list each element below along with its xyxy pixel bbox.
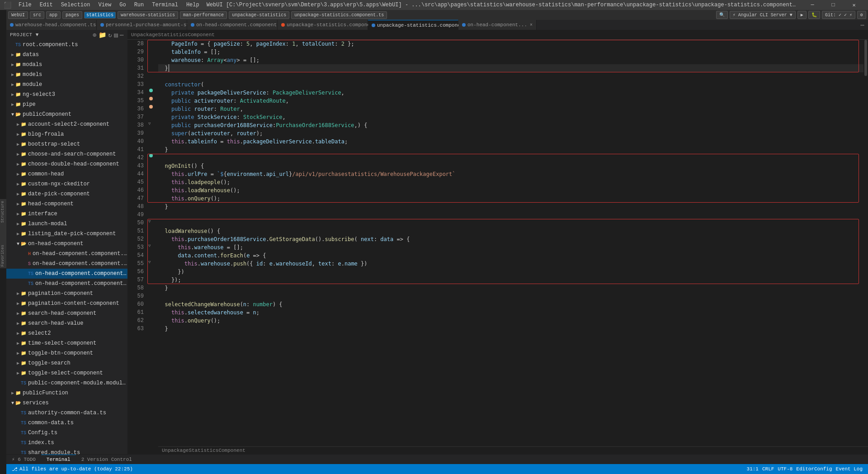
vertical-labels: Structure Favorites [0, 199, 6, 268]
sidebar-item-account[interactable]: ▶ 📁 account-select2-component [6, 119, 127, 129]
sidebar-item-ckeditor[interactable]: ▶ 📁 custom-ngx-ckeditor [6, 179, 127, 189]
tab-personnel[interactable]: personnel-purchase-amount-statistics.com… [97, 20, 187, 30]
item-label: on-head-component.component.ts [35, 280, 127, 287]
sidebar-item-time-select[interactable]: ▶ 📁 time-select-component [6, 338, 127, 348]
sidebar-item-module[interactable]: ▶ 📁 module [6, 80, 127, 90]
toolbar-src[interactable]: src [30, 11, 44, 19]
toolbar-run[interactable]: ▶ [797, 11, 807, 19]
menu-go[interactable]: Go [116, 1, 129, 9]
sidebar-item-models[interactable]: ▶ 📁 models [6, 70, 127, 80]
sidebar-item-on-head[interactable]: ▼ 📂 on-head-component [6, 239, 127, 249]
sidebar-item-toggle-search[interactable]: ▶ 📁 toggle-search [6, 358, 127, 368]
sidebar-new-file[interactable]: ⊕ [93, 31, 97, 39]
toolbar-debug[interactable]: 🐛 [808, 11, 820, 19]
status-branch[interactable]: ⎇ All files are up-to-date (today 22:25) [10, 466, 135, 472]
tab-terminal[interactable]: Terminal [41, 455, 76, 464]
sidebar-item-choose-double[interactable]: ▶ 📁 choose-double-head-component [6, 159, 127, 169]
toolbar-webui[interactable]: WebUI [8, 11, 28, 19]
sidebar-item-publiccomponent[interactable]: ▼ 📂 publicComponent [6, 109, 127, 119]
toolbar-pages[interactable]: pages [62, 11, 82, 19]
menu-edit[interactable]: Edit [36, 1, 57, 9]
toolbar-git[interactable]: Git: ✓ ✓ ⚡ [822, 11, 855, 19]
status-position[interactable]: 31:1 [745, 466, 760, 472]
maximize-button[interactable]: □ [823, 0, 844, 10]
sidebar-item-on-head-scss[interactable]: S on-head-component.component.scss [6, 259, 127, 269]
sidebar-item-public-module[interactable]: TS public-component-module.module.ts [6, 378, 127, 388]
sidebar-item-date-pick[interactable]: ▶ 📁 date-pick-component [6, 189, 127, 199]
menu-terminal[interactable]: Terminal [148, 1, 182, 9]
minimize-button[interactable]: ─ [802, 0, 823, 10]
status-event-log[interactable]: Event Log [834, 466, 864, 472]
gutter-collapse-38[interactable]: ▽ [148, 121, 151, 126]
tab-on-head[interactable]: on-head-component.component.ts × [187, 20, 278, 30]
sidebar-item-authority[interactable]: TS authority-common-data.ts [6, 408, 127, 418]
sidebar-item-toggle-select[interactable]: ▶ 📁 toggle-select-component [6, 368, 127, 378]
gutter-collapse-51[interactable]: ▽ [148, 219, 151, 224]
tab-version-control[interactable]: 2 Version Control [76, 455, 137, 464]
toolbar-settings[interactable]: ⚙ [857, 11, 866, 19]
status-editor-config[interactable]: EditorConfig [794, 466, 834, 472]
menu-help[interactable]: Help [183, 1, 203, 9]
code-area[interactable]: PageInfo = { pageSize: 5, pageIndex: 1, … [147, 40, 868, 474]
sidebar-collapse[interactable]: ▤ [114, 31, 118, 39]
sidebar-item-pagination-content[interactable]: ▶ 📁 pagination-content-component [6, 299, 127, 308]
sidebar-new-folder[interactable]: 📁 [99, 31, 107, 39]
sidebar-item-datas[interactable]: ▶ 📁 datas [6, 50, 127, 60]
sidebar-item-choose-search[interactable]: ▶ 📁 choose-and-search-component [6, 149, 127, 159]
sidebar-menu[interactable]: ⋯ [120, 31, 124, 39]
sidebar-item-public-function[interactable]: ▶ 📁 publicFunction [6, 388, 127, 398]
toolbar-search[interactable]: 🔍 [716, 11, 728, 19]
sidebar-item-root[interactable]: TS root.component.ts [6, 40, 127, 50]
sidebar-item-config[interactable]: TS Config.ts [6, 428, 127, 438]
sidebar-item-on-head-spec[interactable]: TS on-head-component.component.spec.ts [6, 269, 127, 279]
sidebar-item-search-head[interactable]: ▶ 📁 search-head-component [6, 308, 127, 318]
sidebar-item-common-data[interactable]: TS common-data.ts [6, 418, 127, 428]
sidebar-item-pagination[interactable]: ▶ 📁 pagination-component [6, 289, 127, 299]
menu-run[interactable]: Run [131, 1, 148, 9]
sidebar-item-index[interactable]: TS index.ts [6, 438, 127, 448]
sidebar-refresh[interactable]: ↻ [108, 31, 112, 39]
sidebar-item-common-head[interactable]: ▶ 📁 common-head [6, 169, 127, 179]
sidebar-item-pipe[interactable]: ▶ 📁 pipe [6, 100, 127, 109]
sidebar-item-blog[interactable]: ▶ 📁 blog-froala [6, 129, 127, 139]
menu-file[interactable]: File [15, 1, 35, 9]
sidebar-item-services[interactable]: ▼ 📂 services [6, 398, 127, 408]
sidebar-item-on-head-ts[interactable]: TS on-head-component.component.ts [6, 279, 127, 289]
menu-view[interactable]: View [94, 1, 115, 9]
toolbar-unpackage[interactable]: unpackage-statistics [229, 11, 289, 19]
sidebar-item-launch-modal[interactable]: ▶ 📁 launch-modal [6, 219, 127, 229]
toolbar-app[interactable]: app [46, 11, 61, 19]
sidebar-item-ngselect[interactable]: ▶ 📁 ng-select3 [6, 90, 127, 100]
sidebar-item-bootstrap[interactable]: ▶ 📁 bootstrap-select [6, 139, 127, 149]
vertical-scrollbar[interactable] [863, 40, 868, 474]
toolbar-man-perf[interactable]: man-performance [180, 11, 227, 19]
sidebar-item-modals[interactable]: ▶ 📁 modals [6, 60, 127, 70]
scrollbar-thumb[interactable] [864, 40, 867, 76]
sidebar-item-search-head-value[interactable]: ▶ 📁 search-head-value [6, 318, 127, 328]
vertical-label-structure[interactable]: Structure [0, 199, 5, 225]
menu-selection[interactable]: Selection [57, 1, 94, 9]
gutter-collapse-54[interactable]: ▽ [148, 243, 151, 248]
gutter-collapse-56[interactable]: ▽ [148, 260, 151, 265]
tab-close[interactable]: × [530, 23, 533, 28]
sidebar-item-listing-date[interactable]: ▶ 📁 listing_date-pick-component [6, 229, 127, 239]
sidebar-item-head-component[interactable]: ▶ 📁 head-component [6, 199, 127, 209]
tab-todo[interactable]: ⚡ 6 TODO [6, 455, 41, 464]
toolbar-warehouse[interactable]: warehouse-statistics [118, 11, 178, 19]
status-line-ending[interactable]: CRLF [760, 466, 776, 472]
vertical-label-favorites[interactable]: Favorites [0, 243, 5, 269]
tab-unpackage-ts[interactable]: unpackage-statistics.component.ts × [368, 20, 458, 30]
status-encoding[interactable]: UTF-8 [776, 466, 794, 472]
tabs-overflow[interactable]: ⋯ [857, 20, 868, 30]
tab-unpackage-html[interactable]: unpackage-statistics.component.html × [278, 20, 368, 30]
toolbar-file[interactable]: unpackage-statistics.component.ts [291, 11, 387, 19]
sidebar-item-toggle-btn[interactable]: ▶ 📁 toggle-btn-component [6, 348, 127, 358]
sidebar-item-interface[interactable]: ▶ 📁 interface [6, 209, 127, 219]
toolbar-statistics[interactable]: statistics [84, 12, 116, 19]
close-button[interactable]: ✕ [844, 0, 864, 10]
tab-warehouse-head[interactable]: warehouse-head.component.ts × [6, 20, 97, 30]
sidebar-item-on-head-html[interactable]: H on-head-component.component.html [6, 249, 127, 259]
tab-on-head2[interactable]: on-head-component... × [458, 20, 537, 30]
toolbar-server[interactable]: ⚡ Angular CLI Server ▼ [730, 11, 796, 19]
sidebar-item-select2[interactable]: ▶ 📁 select2 [6, 328, 127, 338]
